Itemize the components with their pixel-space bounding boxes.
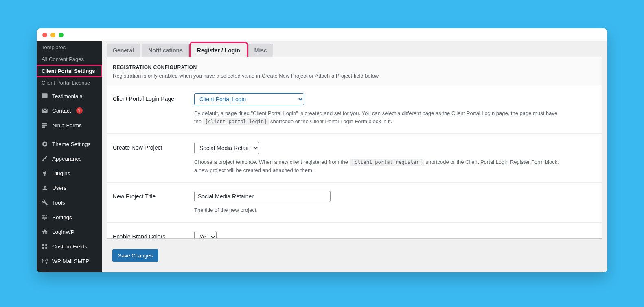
- sidebar-item-label: Tools: [52, 200, 65, 206]
- svg-rect-2: [42, 126, 45, 128]
- settings-panel: REGISTRATION CONFIGURATION Registration …: [107, 57, 602, 239]
- sidebar-item[interactable]: WP Mail SMTP: [37, 254, 102, 268]
- sidebar-item[interactable]: Settings: [37, 210, 102, 224]
- sliders-icon: [41, 213, 49, 221]
- svg-rect-3: [42, 244, 44, 246]
- select-brand-colors[interactable]: Yes: [194, 231, 217, 239]
- sidebar-item[interactable]: Theme Settings: [37, 137, 102, 151]
- app-window: TemplatesAll Content PagesClient Portal …: [37, 28, 607, 272]
- sidebar-item[interactable]: Users: [37, 181, 102, 195]
- tab[interactable]: Misc: [248, 44, 273, 57]
- section-title: REGISTRATION CONFIGURATION: [113, 65, 596, 70]
- help-create-project: Choose a project template. When a new cl…: [194, 158, 561, 174]
- row-brand-colors: Enable Brand Colors Yes The form element…: [107, 223, 602, 239]
- help-login-page: By default, a page titled "Client Portal…: [194, 109, 561, 125]
- sidebar-subitem[interactable]: Client Portal Settings: [37, 65, 102, 77]
- svg-rect-4: [45, 244, 47, 246]
- sidebar-item-label: Ninja Forms: [52, 122, 82, 128]
- sidebar-subitem[interactable]: Client Portal License: [37, 77, 102, 89]
- sidebar: TemplatesAll Content PagesClient Portal …: [37, 41, 102, 272]
- select-create-project[interactable]: Social Media Retainer: [194, 142, 259, 154]
- tab[interactable]: General: [107, 44, 140, 57]
- svg-rect-5: [42, 247, 44, 249]
- sidebar-divider: [37, 268, 102, 272]
- mail-icon: [41, 107, 49, 115]
- label-login-page: Client Portal Login Page: [113, 93, 194, 125]
- plug-icon: [41, 169, 49, 177]
- minimize-icon[interactable]: [50, 33, 55, 37]
- content-area: GeneralNotificationsRegister / LoginMisc…: [102, 41, 607, 272]
- sidebar-divider: [37, 133, 102, 137]
- user-icon: [41, 184, 49, 192]
- row-project-title: New Project Title The title of the new p…: [107, 183, 602, 223]
- sidebar-item[interactable]: Contact1: [37, 103, 102, 118]
- sidebar-item-label: Settings: [52, 214, 72, 220]
- sidebar-item[interactable]: LoginWP: [37, 224, 102, 239]
- tab-bar: GeneralNotificationsRegister / LoginMisc: [102, 41, 607, 57]
- sidebar-item[interactable]: Custom Fields: [37, 239, 102, 254]
- close-icon[interactable]: [42, 33, 47, 37]
- section-desc: Registration is only enabled when you ha…: [113, 73, 596, 79]
- tab[interactable]: Register / Login: [191, 44, 246, 57]
- form-icon: [41, 121, 49, 129]
- label-brand-colors: Enable Brand Colors: [113, 231, 194, 239]
- sidebar-item-label: LoginWP: [52, 229, 74, 235]
- maximize-icon[interactable]: [59, 33, 64, 37]
- code-register-shortcode: [client_portal_register]: [350, 159, 424, 166]
- select-login-page[interactable]: Client Portal Login: [194, 93, 304, 105]
- sidebar-item[interactable]: Appearance: [37, 151, 102, 166]
- sidebar-subitem[interactable]: All Content Pages: [37, 53, 102, 65]
- svg-rect-0: [42, 123, 47, 124]
- row-create-project: Create New Project Social Media Retainer…: [107, 134, 602, 183]
- row-login-page: Client Portal Login Page Client Portal L…: [107, 85, 602, 134]
- label-create-project: Create New Project: [113, 142, 194, 174]
- sidebar-item[interactable]: Plugins: [37, 166, 102, 181]
- house-icon: [41, 228, 49, 236]
- tab[interactable]: Notifications: [142, 44, 189, 57]
- sidebar-item-label: WP Mail SMTP: [52, 258, 89, 264]
- sidebar-item[interactable]: Tools: [37, 195, 102, 210]
- sidebar-item-label: Appearance: [52, 156, 82, 162]
- sidebar-subitem[interactable]: Templates: [37, 41, 102, 53]
- sidebar-item-label: Users: [52, 185, 66, 191]
- gear-icon: [41, 140, 49, 148]
- app-body: TemplatesAll Content PagesClient Portal …: [37, 41, 607, 272]
- sidebar-item-label: Plugins: [52, 170, 70, 176]
- help-project-title: The title of the new project.: [194, 206, 561, 214]
- label-project-title: New Project Title: [113, 191, 194, 214]
- sidebar-item-label: Theme Settings: [52, 141, 91, 147]
- brush-icon: [41, 155, 49, 163]
- section-header: REGISTRATION CONFIGURATION Registration …: [107, 57, 602, 85]
- chat-icon: [41, 92, 49, 100]
- sidebar-item[interactable]: Ninja Forms: [37, 118, 102, 133]
- sidebar-item-label: Contact: [52, 108, 71, 114]
- grid-icon: [41, 242, 49, 250]
- input-project-title[interactable]: [194, 191, 331, 202]
- window-titlebar: [37, 28, 607, 41]
- svg-rect-1: [42, 125, 47, 126]
- sidebar-item[interactable]: Testimonials: [37, 89, 102, 103]
- save-button[interactable]: Save Changes: [112, 249, 158, 262]
- badge: 1: [76, 107, 83, 114]
- wrench-icon: [41, 198, 49, 207]
- sidebar-item-label: Custom Fields: [52, 244, 87, 250]
- svg-rect-6: [45, 247, 47, 249]
- sidebar-item-label: Testimonials: [52, 93, 82, 99]
- mailup-icon: [41, 257, 49, 265]
- code-login-shortcode: [client_portal_login]: [203, 118, 269, 125]
